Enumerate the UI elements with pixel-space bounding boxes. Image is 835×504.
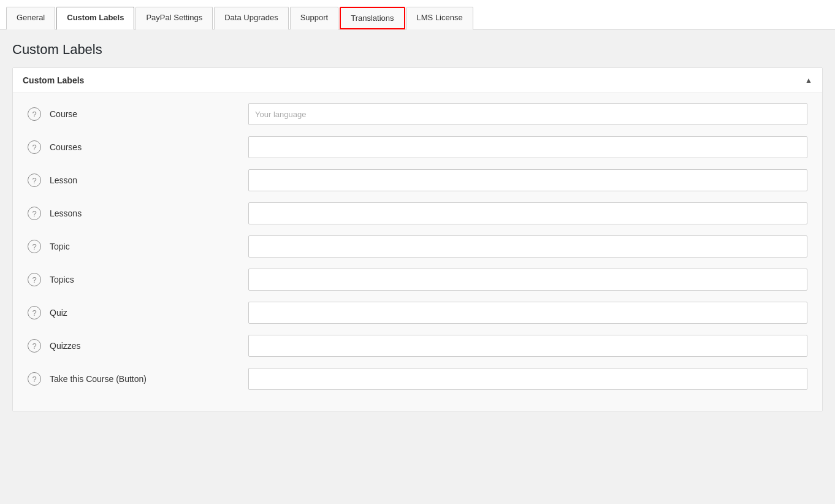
- field-label-take-this-course: Take this Course (Button): [50, 374, 147, 384]
- form-row-quizzes: ?Quizzes: [28, 335, 807, 357]
- field-label-courses: Courses: [50, 142, 82, 152]
- page-wrapper: GeneralCustom LabelsPayPal SettingsData …: [0, 0, 835, 504]
- field-input-course[interactable]: [248, 103, 807, 125]
- form-row-topic: ?Topic: [28, 235, 807, 258]
- tab-translations[interactable]: Translations: [340, 7, 405, 29]
- field-label-quizzes: Quizzes: [50, 341, 81, 351]
- field-input-courses[interactable]: [248, 136, 807, 158]
- content-area: Custom Labels Custom Labels ▲ ?Course?Co…: [0, 29, 835, 424]
- label-area-quizzes: ?Quizzes: [28, 339, 248, 353]
- section-body: ?Course?Courses?Lesson?Lessons?Topic?Top…: [13, 93, 822, 411]
- tab-custom-labels[interactable]: Custom Labels: [56, 7, 134, 29]
- label-area-quiz: ?Quiz: [28, 306, 248, 319]
- help-icon-quiz[interactable]: ?: [28, 306, 41, 319]
- field-input-lesson[interactable]: [248, 169, 807, 191]
- form-row-take-this-course: ?Take this Course (Button): [28, 368, 807, 390]
- label-area-lesson: ?Lesson: [28, 174, 248, 187]
- field-label-lessons: Lessons: [50, 208, 82, 218]
- form-row-lessons: ?Lessons: [28, 202, 807, 224]
- page-title: Custom Labels: [12, 42, 823, 58]
- field-input-topic[interactable]: [248, 235, 807, 258]
- help-icon-quizzes[interactable]: ?: [28, 339, 41, 353]
- label-area-take-this-course: ?Take this Course (Button): [28, 372, 248, 386]
- help-icon-topics[interactable]: ?: [28, 273, 41, 286]
- field-input-take-this-course[interactable]: [248, 368, 807, 390]
- collapse-icon[interactable]: ▲: [805, 76, 812, 85]
- field-input-lessons[interactable]: [248, 202, 807, 224]
- form-row-courses: ?Courses: [28, 136, 807, 158]
- section-header: Custom Labels ▲: [13, 68, 822, 93]
- label-area-topic: ?Topic: [28, 240, 248, 253]
- help-icon-topic[interactable]: ?: [28, 240, 41, 253]
- form-row-topics: ?Topics: [28, 269, 807, 291]
- section-card: Custom Labels ▲ ?Course?Courses?Lesson?L…: [12, 67, 823, 411]
- help-icon-take-this-course[interactable]: ?: [28, 372, 41, 386]
- section-title: Custom Labels: [23, 75, 84, 85]
- label-area-lessons: ?Lessons: [28, 207, 248, 220]
- field-input-quizzes[interactable]: [248, 335, 807, 357]
- label-area-course: ?Course: [28, 107, 248, 121]
- label-area-courses: ?Courses: [28, 140, 248, 154]
- help-icon-lesson[interactable]: ?: [28, 174, 41, 187]
- help-icon-course[interactable]: ?: [28, 107, 41, 121]
- help-icon-lessons[interactable]: ?: [28, 207, 41, 220]
- field-label-topics: Topics: [50, 275, 74, 284]
- form-row-course: ?Course: [28, 103, 807, 125]
- tab-support[interactable]: Support: [290, 7, 339, 29]
- tab-lms-license[interactable]: LMS License: [406, 7, 473, 29]
- field-label-course: Course: [50, 109, 77, 119]
- form-row-lesson: ?Lesson: [28, 169, 807, 191]
- tabs-bar: GeneralCustom LabelsPayPal SettingsData …: [0, 0, 835, 29]
- field-label-topic: Topic: [50, 242, 70, 251]
- field-label-lesson: Lesson: [50, 175, 77, 185]
- field-label-quiz: Quiz: [50, 308, 67, 318]
- field-input-topics[interactable]: [248, 269, 807, 291]
- help-icon-courses[interactable]: ?: [28, 140, 41, 154]
- tab-general[interactable]: General: [6, 7, 55, 29]
- form-row-quiz: ?Quiz: [28, 302, 807, 324]
- tab-paypal-settings[interactable]: PayPal Settings: [135, 7, 213, 29]
- label-area-topics: ?Topics: [28, 273, 248, 286]
- field-input-quiz[interactable]: [248, 302, 807, 324]
- tab-data-upgrades[interactable]: Data Upgrades: [214, 7, 288, 29]
